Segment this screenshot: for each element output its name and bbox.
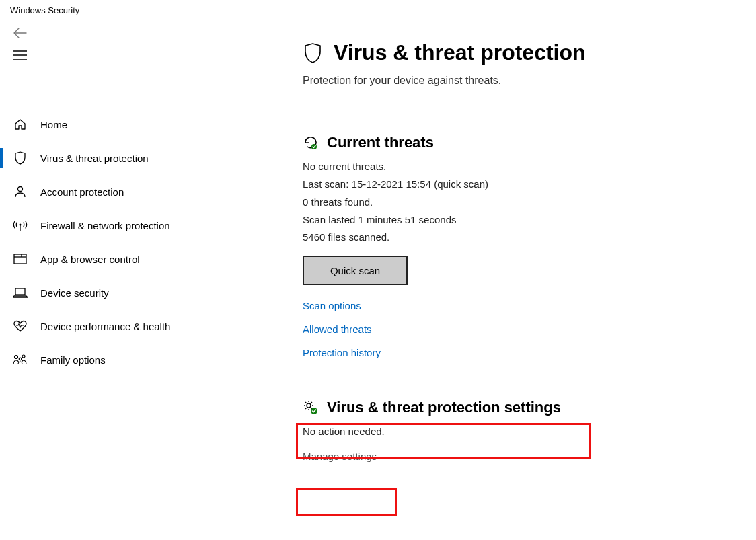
- hamburger-icon: [13, 50, 27, 60]
- shield-large-icon: [303, 42, 323, 65]
- sidebar-item-device-security[interactable]: Device security: [0, 276, 256, 309]
- svg-point-12: [19, 358, 22, 360]
- sidebar-item-virus-protection[interactable]: Virus & threat protection: [0, 141, 256, 175]
- highlight-box: [296, 488, 397, 516]
- threat-status-line: No current threats.: [303, 158, 743, 176]
- scan-options-link[interactable]: Scan options: [303, 300, 743, 311]
- sidebar-item-performance[interactable]: Device performance & health: [0, 309, 256, 343]
- svg-point-11: [22, 355, 25, 358]
- sidebar-item-label: Family options: [40, 354, 106, 366]
- sidebar-item-label: Firewall & network protection: [40, 220, 170, 231]
- heart-icon: [12, 320, 28, 332]
- sidebar-item-label: Device security: [40, 287, 109, 299]
- person-icon: [12, 185, 28, 198]
- page-header: Virus & threat protection: [303, 40, 743, 65]
- last-scan-line: Last scan: 15-12-2021 15:54 (quick scan): [303, 176, 743, 193]
- settings-section: Virus & threat protection settings No ac…: [303, 399, 743, 462]
- svg-line-22: [305, 408, 307, 410]
- main-content: Virus & threat protection Protection for…: [303, 40, 743, 463]
- section-title: Virus & threat protection settings: [327, 399, 561, 416]
- svg-rect-9: [15, 288, 25, 295]
- svg-line-19: [305, 402, 307, 403]
- laptop-icon: [12, 287, 28, 298]
- manage-settings-link[interactable]: Manage settings: [303, 451, 377, 462]
- section-title: Current threats: [327, 134, 434, 151]
- back-button[interactable]: [0, 18, 756, 38]
- sidebar-item-family[interactable]: Family options: [0, 343, 256, 377]
- sidebar-item-label: Virus & threat protection: [40, 153, 149, 164]
- current-threats-section: Current threats No current threats. Last…: [303, 134, 743, 358]
- page-subtitle: Protection for your device against threa…: [303, 75, 743, 87]
- allowed-threats-link[interactable]: Allowed threats: [303, 323, 743, 335]
- sidebar-item-label: Account protection: [40, 186, 124, 198]
- page-title: Virus & threat protection: [334, 40, 586, 65]
- shield-icon: [12, 151, 28, 165]
- protection-history-link[interactable]: Protection history: [303, 347, 743, 358]
- family-icon: [12, 354, 28, 366]
- scan-duration-line: Scan lasted 1 minutes 51 seconds: [303, 211, 743, 229]
- files-scanned-line: 5460 files scanned.: [303, 229, 743, 246]
- antenna-icon: [12, 219, 28, 232]
- quick-scan-button[interactable]: Quick scan: [303, 256, 408, 285]
- sidebar: Home Virus & threat protection Account p…: [0, 108, 256, 377]
- svg-point-3: [18, 187, 23, 192]
- settings-status-icon: [303, 399, 319, 416]
- arrow-left-icon: [13, 28, 27, 38]
- window-icon: [12, 254, 28, 264]
- home-icon: [12, 118, 28, 131]
- sidebar-item-firewall[interactable]: Firewall & network protection: [0, 208, 256, 242]
- sidebar-item-home[interactable]: Home: [0, 108, 256, 141]
- sidebar-item-label: Device performance & health: [40, 321, 170, 332]
- sidebar-item-account-protection[interactable]: Account protection: [0, 175, 256, 208]
- settings-status-line: No action needed.: [303, 423, 743, 440]
- svg-point-10: [15, 356, 18, 359]
- window-title: Windows Security: [0, 0, 756, 18]
- threats-found-line: 0 threats found.: [303, 194, 743, 211]
- sidebar-item-label: Home: [40, 119, 67, 130]
- svg-point-14: [307, 403, 311, 408]
- sidebar-item-label: App & browser control: [40, 254, 140, 265]
- svg-rect-6: [14, 254, 26, 264]
- svg-line-21: [311, 402, 313, 403]
- scan-status-icon: [303, 134, 319, 151]
- sidebar-item-app-browser[interactable]: App & browser control: [0, 242, 256, 276]
